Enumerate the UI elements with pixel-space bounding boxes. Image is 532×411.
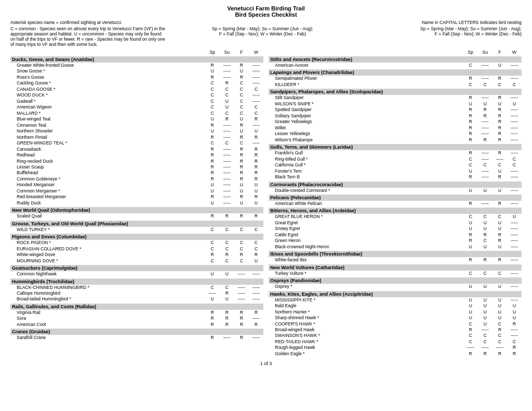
bird-name: Black-crowned Night-Heron	[269, 244, 463, 250]
bird-w: C	[507, 82, 522, 88]
bird-w: -----	[507, 188, 522, 194]
bird-w: -----	[507, 95, 522, 101]
bird-su: C	[220, 140, 234, 146]
bird-su: R	[220, 252, 234, 258]
bird-name: Snow Goose *	[10, 68, 205, 74]
bird-w: -----	[507, 271, 522, 276]
bird-su: R	[220, 116, 234, 122]
bird-w: R	[249, 213, 263, 219]
bird-sp: R	[205, 75, 220, 80]
bird-w: -----	[507, 327, 522, 333]
list-item: RedheadR-----RR	[10, 152, 263, 158]
bird-sp: R	[463, 351, 478, 357]
bird-sp: R	[205, 194, 220, 200]
list-item: Lesser ScaupR-----RR	[10, 164, 263, 170]
list-item: Spotted SandpiperRRR-----	[269, 107, 522, 113]
section-header: Cranes (Gruidae)	[10, 329, 263, 335]
list-item: Scaled QuailRRRR	[10, 213, 263, 219]
bird-w: -----	[249, 92, 263, 98]
list-item: Common Goldeneye *R-----RR	[10, 176, 263, 182]
bird-name: Great Egret	[269, 220, 463, 226]
bird-w: C	[249, 104, 263, 110]
list-item: Snowy EgretUUU-----	[269, 226, 522, 232]
bird-name: Calliope Hummingbird	[10, 291, 205, 296]
col-su-left: Su	[220, 50, 234, 55]
bird-sp: C	[463, 162, 478, 168]
bird-su: U	[220, 104, 234, 110]
bird-sp: C	[463, 63, 478, 68]
bird-name: Greater Yellowlegs	[269, 119, 463, 125]
bird-f: C	[492, 214, 507, 220]
bird-name: Blue-winged Teal	[10, 116, 205, 122]
bird-w: -----	[507, 238, 522, 244]
bird-f: U	[492, 297, 507, 303]
bird-f: R	[234, 159, 249, 164]
list-item: Ruddy DuckU-----UU	[10, 200, 263, 206]
section-header: Ospreys (Pandionidae)	[269, 277, 522, 284]
bird-f: U	[234, 188, 249, 194]
bird-w: U	[249, 188, 263, 194]
bird-f: C	[492, 271, 507, 276]
bird-su: -----	[220, 182, 234, 188]
bird-su: R	[220, 213, 234, 219]
bird-name: Scaled Quail	[10, 213, 205, 219]
bird-f: U	[492, 244, 507, 250]
bird-f: R	[492, 351, 507, 357]
bird-sp: R	[463, 257, 478, 263]
bird-sp: R	[463, 238, 478, 244]
bird-w: -----	[249, 285, 263, 291]
bird-w: R	[249, 252, 263, 258]
list-item: Common Merganser *U-----UU	[10, 188, 263, 194]
bird-name: American Coot	[10, 322, 205, 328]
bird-w: -----	[249, 291, 263, 296]
bird-f: R	[492, 150, 507, 156]
bird-name: Sandhill Crane	[10, 335, 205, 341]
bird-sp: C	[205, 258, 220, 264]
bird-sp: C	[205, 87, 220, 92]
bird-su: -----	[478, 201, 492, 207]
bird-name: Osprey *	[269, 284, 463, 289]
bird-name: KILLDEER *	[269, 82, 463, 88]
bird-sp: R	[463, 201, 478, 207]
bird-name: Franklin's Gull	[269, 150, 463, 156]
bird-su: C	[220, 285, 234, 291]
bird-f: R	[234, 123, 249, 128]
col-f-left: F	[234, 50, 249, 55]
bird-name: American Wigeon	[10, 104, 205, 110]
bird-f: C	[234, 246, 249, 252]
bird-f: -----	[234, 271, 249, 277]
bird-sp: R	[205, 316, 220, 321]
col-w-right: W	[507, 50, 522, 55]
bird-w: U	[507, 309, 522, 315]
bird-w: -----	[249, 296, 263, 302]
bird-sp: U	[205, 200, 220, 206]
bird-w: -----	[249, 316, 263, 321]
bird-name: Turkey Vulture *	[269, 271, 463, 276]
bird-su: -----	[220, 194, 234, 200]
bird-su: -----	[478, 327, 492, 333]
section-header: Rails, Gallinules, and Coots (Rallidae)	[10, 304, 263, 310]
list-item: American White PelicanR-----R-----	[269, 201, 522, 207]
bird-w: -----	[507, 63, 522, 68]
bird-name: White-faced Ibis	[269, 257, 463, 263]
list-item: Ring-billed Gull *C----------C	[269, 156, 522, 162]
bird-su: R	[478, 107, 492, 113]
bird-f: R	[492, 76, 507, 81]
bird-f: C	[492, 321, 507, 327]
bird-sp: R	[205, 152, 220, 158]
bird-su: U	[478, 321, 492, 327]
bird-f: U	[234, 200, 249, 206]
bird-w: R	[249, 164, 263, 170]
bird-w: -----	[507, 232, 522, 238]
bird-name: Double-crested Cormorant *	[269, 188, 463, 194]
bird-su: C	[478, 333, 492, 339]
bird-name: CANADA GOOSE *	[10, 87, 205, 92]
bird-name: MISSISSIPPI KITE *	[269, 297, 463, 303]
bird-f: C	[492, 162, 507, 168]
bird-f: C	[234, 104, 249, 110]
bird-sp: C	[205, 285, 220, 291]
bird-w: -----	[507, 137, 522, 143]
bird-name: ROCK PIGEON *	[10, 240, 205, 246]
bird-sp: R	[463, 131, 478, 137]
list-item: Blue-winged TealURUR	[10, 116, 263, 122]
